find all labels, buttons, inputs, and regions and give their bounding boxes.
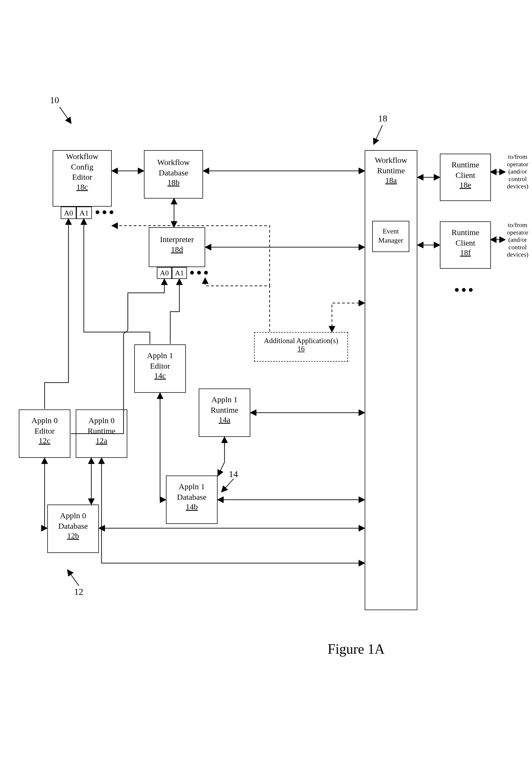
svg-line-0	[60, 107, 71, 123]
connector-layer	[0, 0, 532, 770]
svg-line-1	[374, 125, 382, 144]
svg-line-3	[68, 570, 79, 586]
figure-stage: Workflow Config Editor 18c A0 A1 Workflo…	[0, 0, 532, 770]
svg-line-2	[222, 479, 234, 492]
